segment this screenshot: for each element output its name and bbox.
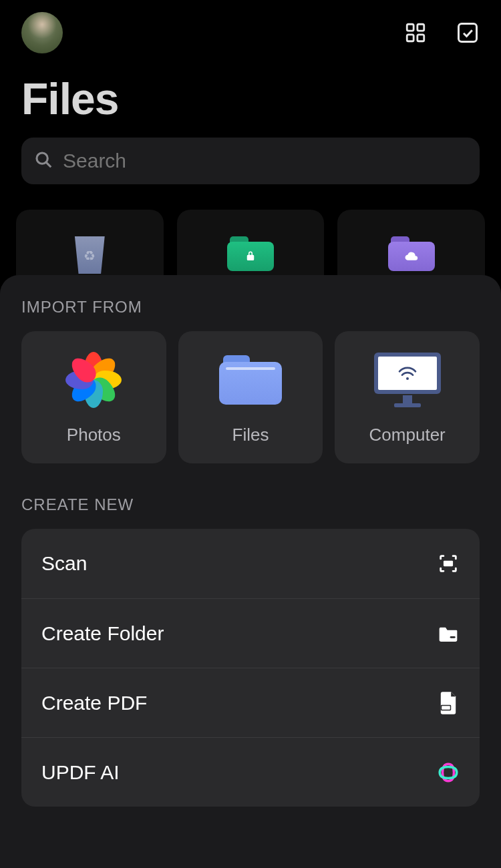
scan-icon <box>437 552 460 575</box>
import-computer-label: Computer <box>369 425 446 445</box>
import-create-sheet: IMPORT FROM Photos <box>0 275 501 868</box>
grid-view-icon[interactable] <box>403 21 428 45</box>
import-photos-button[interactable]: Photos <box>21 331 166 463</box>
import-computer-button[interactable]: Computer <box>335 331 480 463</box>
svg-rect-9 <box>450 636 456 638</box>
recycle-bin-icon <box>71 236 108 274</box>
folder-icon <box>437 622 460 645</box>
photos-icon <box>63 350 124 410</box>
scan-label: Scan <box>41 552 87 575</box>
locked-folder-icon <box>227 236 274 271</box>
updf-ai-label: UPDF AI <box>41 761 120 784</box>
svg-point-7 <box>406 377 409 380</box>
import-photos-label: Photos <box>67 425 121 445</box>
import-files-label: Files <box>232 425 269 445</box>
select-icon[interactable] <box>456 21 480 45</box>
pdf-file-icon <box>437 692 460 714</box>
computer-icon <box>374 350 441 410</box>
svg-rect-0 <box>407 24 413 31</box>
create-folder-label: Create Folder <box>41 622 164 645</box>
scan-button[interactable]: Scan <box>21 529 480 598</box>
svg-rect-3 <box>418 35 424 41</box>
create-folder-button[interactable]: Create Folder <box>21 598 480 668</box>
create-pdf-label: Create PDF <box>41 692 147 714</box>
search-field[interactable] <box>63 150 468 172</box>
updf-ai-button[interactable]: UPDF AI <box>21 737 480 807</box>
svg-rect-8 <box>444 561 453 567</box>
create-list: Scan Create Folder <box>21 529 480 807</box>
search-icon <box>33 150 53 172</box>
svg-point-5 <box>37 153 47 164</box>
updf-ai-icon <box>437 761 460 784</box>
svg-line-6 <box>46 162 51 167</box>
avatar[interactable] <box>21 12 63 53</box>
import-files-button[interactable]: Files <box>178 331 323 463</box>
svg-rect-11 <box>442 706 450 710</box>
create-section-title: CREATE NEW <box>21 495 480 514</box>
cloud-folder-icon <box>388 236 435 271</box>
create-pdf-button[interactable]: Create PDF <box>21 668 480 737</box>
import-section-title: IMPORT FROM <box>21 298 480 316</box>
page-title: Files <box>0 53 501 138</box>
svg-rect-2 <box>407 35 413 41</box>
files-folder-icon <box>219 350 282 410</box>
search-input[interactable] <box>21 138 480 184</box>
svg-rect-4 <box>459 24 477 42</box>
svg-rect-1 <box>418 24 424 31</box>
